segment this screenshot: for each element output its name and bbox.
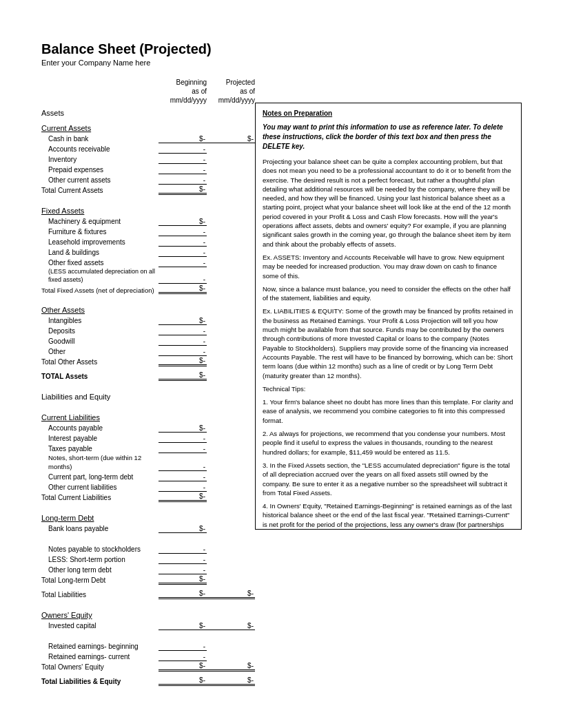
total-current-assets-row: Total Current Assets $- [41, 185, 255, 195]
notes-tip-4: 4. In Owners' Equity, "Retained Earnings… [263, 501, 514, 530]
total-liabilities-equity-row: Total Liabilities & Equity $- $- [41, 676, 255, 686]
table-row: Intangibles $- [41, 315, 255, 325]
notes-tip-1: 1. Your firm's balance sheet no doubt ha… [263, 397, 514, 425]
balance-sheet-left: Beginning as of mm/dd/yyyy Projected as … [41, 78, 255, 687]
table-row: Machinery & equipment $- [41, 216, 255, 226]
long-term-debt-section: Long-term Debt Bank loans payable $- Not… [41, 514, 255, 585]
other-assets-label: Other Assets [41, 306, 255, 314]
total-assets-row: TOTAL Assets $- [41, 371, 255, 381]
owners-equity-label: Owners' Equity [41, 611, 255, 619]
notes-tip-3: 3. In the Fixed Assets section, the "LES… [263, 461, 514, 497]
assets-label: Assets [41, 109, 255, 117]
liabilities-equity-label: Liabilities and Equity [41, 393, 255, 401]
notes-body: Projecting your balance sheet can be qui… [263, 157, 514, 530]
notes-para-2: Now, since a balance must balance, you n… [263, 284, 514, 303]
table-row: Other current assets - [41, 175, 255, 185]
page-title: Balance Sheet (Projected) [41, 41, 522, 57]
table-row: Deposits - [41, 326, 255, 335]
column-headers: Beginning as of mm/dd/yyyy Projected as … [41, 78, 255, 105]
current-liabilities-label: Current Liabilities [41, 413, 255, 422]
table-row: Other - [41, 346, 255, 356]
table-row: Invested capital $- $- [41, 621, 255, 630]
notes-para-1: Ex. ASSETS: Inventory and Accounts Recei… [263, 253, 514, 280]
long-term-debt-label: Long-term Debt [41, 514, 255, 522]
table-row: Other current liabilities - [41, 482, 255, 492]
table-row: Land & buildings - [41, 247, 255, 257]
notes-para-3: Ex. LIABILITIES & EQUITY: Some of the gr… [263, 306, 514, 379]
fixed-assets-label: Fixed Assets [41, 207, 255, 215]
table-row: Bank loans payable $- [41, 523, 255, 533]
other-assets-section: Other Assets Intangibles $- Deposits - G… [41, 306, 255, 366]
table-row: Notes, short-term (due within 12 months)… [41, 454, 255, 471]
total-long-term-debt-row: Total Long-term Debt $- [41, 575, 255, 585]
table-row: Retained earnings- current - [41, 652, 255, 661]
current-liabilities-section: Current Liabilities Accounts payable $- … [41, 413, 255, 502]
total-fixed-assets-row: Total Fixed Assets (net of depreciation)… [41, 284, 255, 294]
notes-tech-label: Technical Tips: [263, 384, 514, 393]
total-other-assets-row: Total Other Assets $- [41, 357, 255, 366]
table-row: Accounts receivable - [41, 144, 255, 154]
notes-italic-text: You may want to print this information t… [263, 123, 514, 152]
notes-para-0: Projecting your balance sheet can be qui… [263, 157, 514, 249]
table-row: Interest payable - [41, 433, 255, 443]
table-row: Taxes payable - [41, 444, 255, 453]
col2-header: Projected as of mm/dd/yyyy [207, 78, 255, 105]
table-row: Notes payable to stockholders - [41, 544, 255, 554]
total-owners-equity-row: Total Owners' Equity $- $- [41, 662, 255, 672]
table-row: Cash in bank $- $- [41, 134, 255, 143]
table-row: Leasehold improvements - [41, 237, 255, 247]
table-row: (LESS accumulated depreciation on all fi… [41, 268, 255, 284]
notes-panel: Notes on Preparation You may want to pri… [255, 103, 522, 530]
table-row [41, 631, 255, 641]
total-current-liabilities-row: Total Current Liabilities $- [41, 492, 255, 502]
table-row: LESS: Short-term portion - [41, 554, 255, 564]
owners-equity-section: Owners' Equity Invested capital $- $- Re… [41, 611, 255, 672]
current-assets-label: Current Assets [41, 124, 255, 132]
table-row [41, 534, 255, 543]
table-row: Prepaid expenses - [41, 165, 255, 174]
table-row: Retained earnings- beginning - [41, 641, 255, 651]
current-assets-section: Current Assets Cash in bank $- $- Accoun… [41, 124, 255, 195]
table-row: Goodwill - [41, 336, 255, 346]
notes-tech-tips: Technical Tips: 1. Your firm's balance s… [263, 384, 514, 530]
col1-header: Beginning as of mm/dd/yyyy [158, 78, 207, 105]
table-row: Inventory - [41, 154, 255, 164]
table-row: Accounts payable $- [41, 423, 255, 433]
fixed-assets-section: Fixed Assets Machinery & equipment $- Fu… [41, 207, 255, 294]
notes-title: Notes on Preparation [263, 109, 514, 118]
table-row: Furniture & fixtures - [41, 227, 255, 236]
table-row: Current part, long-term debt - [41, 472, 255, 481]
table-row: Other fixed assets - [41, 258, 255, 267]
company-name: Enter your Company Name here [41, 59, 522, 67]
total-liabilities-row: Total Liabilities $- $- [41, 590, 255, 599]
notes-tip-2: 2. As always for projections, we recomme… [263, 429, 514, 457]
table-row: Other long term debt - [41, 565, 255, 574]
